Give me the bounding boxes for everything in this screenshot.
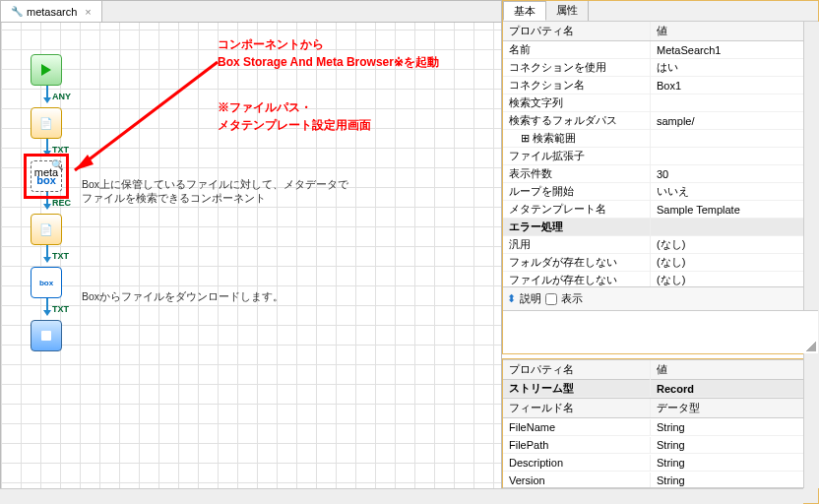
property-row[interactable]: VersionString	[503, 472, 818, 487]
property-value[interactable]: Record	[651, 381, 818, 397]
property-header: プロパティ名 値	[503, 21, 818, 41]
property-row[interactable]: ループを開始いいえ	[503, 183, 818, 201]
header-property-name: プロパティ名	[503, 22, 651, 40]
property-row[interactable]: DescriptionString	[503, 454, 818, 472]
show-label: 表示	[561, 291, 583, 306]
label: box	[39, 279, 53, 287]
property-row[interactable]: ストリーム型Record	[503, 380, 818, 398]
header-property-value: 値	[651, 22, 818, 40]
port-txt: TXT	[52, 251, 69, 261]
property-row[interactable]: 表示件数30	[503, 165, 818, 183]
vertical-scrollbar[interactable]	[803, 22, 819, 488]
property-value[interactable]	[651, 155, 818, 158]
property-row[interactable]: コネクション名Box1	[503, 77, 818, 94]
property-value[interactable]: (なし)	[651, 235, 818, 254]
property-name: 名前	[503, 41, 651, 59]
property-value[interactable]: sample/	[651, 113, 818, 129]
property-name: コネクション名	[503, 76, 651, 94]
description-text-area[interactable]	[503, 310, 818, 353]
property-value[interactable]: MetaSearch1	[651, 42, 818, 58]
close-icon[interactable]: ×	[85, 6, 91, 18]
horizontal-scrollbar[interactable]	[0, 488, 803, 504]
property-value[interactable]	[651, 101, 818, 105]
property-value[interactable]: いいえ	[651, 182, 818, 201]
node-box-download[interactable]: box	[31, 267, 62, 298]
property-value[interactable]: (なし)	[651, 271, 818, 286]
property-row[interactable]: 検索するフォルダパスsample/	[503, 112, 818, 130]
property-name: FilePath	[503, 437, 651, 453]
node-start[interactable]	[31, 54, 62, 86]
fields-header: フィールド名 データ型	[503, 398, 818, 418]
property-row[interactable]: ファイル拡張子	[503, 148, 818, 165]
node-data-2[interactable]: 📄	[31, 214, 62, 245]
svg-marker-9	[43, 310, 51, 316]
resize-handle-icon[interactable]	[806, 342, 816, 351]
property-value[interactable]	[651, 137, 818, 141]
property-row[interactable]: ⊞ 検索範囲	[503, 130, 818, 148]
property-name: 検索文字列	[503, 94, 651, 112]
connector-arrow	[42, 245, 52, 263]
doc-icon: 📄	[39, 117, 53, 130]
annotation-text: Box Storage And Meta Browser※を起動	[218, 54, 439, 71]
node-end[interactable]	[31, 320, 62, 351]
expand-icon[interactable]: ⬍	[507, 292, 516, 305]
tab-basic[interactable]: 基本	[503, 1, 546, 21]
property-value[interactable]: String	[651, 419, 818, 435]
property-name: フォルダが存在しない	[503, 253, 651, 272]
node-description: Box上に保管しているファイルに対して、メタデータで	[82, 178, 348, 192]
property-row[interactable]: ファイルが存在しない(なし)	[503, 272, 818, 286]
flow-canvas[interactable]: ANY 📄 TXT 🔍 meta box REC 📄 TXT box TXT B…	[1, 23, 501, 503]
stop-icon	[41, 331, 51, 341]
annotation-arrow	[60, 52, 227, 180]
header-property-value: 値	[651, 360, 818, 379]
property-name: エラー処理	[503, 218, 651, 236]
show-description-checkbox[interactable]	[545, 293, 557, 305]
property-row[interactable]: フォルダが存在しない(なし)	[503, 254, 818, 272]
node-data-1[interactable]: 📄	[31, 107, 62, 139]
right-tabs: 基本 属性	[503, 1, 818, 21]
property-value[interactable]: 30	[651, 166, 818, 182]
property-row[interactable]: 検索文字列	[503, 94, 818, 112]
property-name: FileName	[503, 419, 651, 435]
node-description: Boxからファイルをダウンロードします。	[82, 290, 284, 304]
property-name: 表示件数	[503, 164, 651, 183]
property-row[interactable]: FilePathString	[503, 436, 818, 454]
tab-attributes[interactable]: 属性	[546, 1, 589, 21]
property-name: Description	[503, 455, 651, 471]
property-name: Version	[503, 472, 651, 488]
property-value[interactable]: はい	[651, 58, 818, 77]
property-row[interactable]: 汎用(なし)	[503, 236, 818, 254]
header-property-name: プロパティ名	[503, 360, 651, 379]
design-canvas-panel: 🔧 metasarch × ANY 📄 TXT 🔍 meta box REC 📄…	[0, 0, 502, 504]
tab-metasarch[interactable]: 🔧 metasarch ×	[1, 1, 102, 22]
property-name: ストリーム型	[503, 379, 651, 398]
property-row[interactable]: 名前MetaSearch1	[503, 41, 818, 59]
property-row[interactable]: コネクションを使用はい	[503, 59, 818, 77]
property-value[interactable]: Sample Template	[651, 202, 818, 218]
property-name: コネクションを使用	[503, 58, 651, 77]
property-value[interactable]: String	[651, 472, 818, 488]
property-value[interactable]: Box1	[651, 78, 818, 94]
description-toggle-bar: ⬍ 説明 表示	[503, 286, 818, 310]
node-description: ファイルを検索できるコンポーネント	[82, 192, 266, 206]
svg-marker-1	[43, 97, 51, 103]
svg-marker-7	[43, 257, 51, 263]
header-field-name: フィールド名	[503, 399, 651, 417]
property-row[interactable]: エラー処理	[503, 219, 818, 236]
property-row[interactable]: FileNameString	[503, 418, 818, 436]
port-rec: REC	[52, 198, 71, 208]
property-value[interactable]: String	[651, 455, 818, 471]
port-txt: TXT	[52, 304, 69, 314]
property-grid-basic: 基本 属性 プロパティ名 値 名前MetaSearch1コネクションを使用はいコ…	[502, 0, 819, 354]
property-name: ⊞ 検索範囲	[503, 129, 651, 148]
play-icon	[41, 64, 51, 76]
property-row[interactable]: メタテンプレート名Sample Template	[503, 201, 818, 219]
property-name: ファイル拡張子	[503, 147, 651, 165]
field-rows[interactable]: FileNameStringFilePathStringDescriptionS…	[503, 418, 818, 487]
properties-list[interactable]: 名前MetaSearch1コネクションを使用はいコネクション名Box1検索文字列…	[503, 41, 818, 286]
property-value[interactable]: String	[651, 437, 818, 453]
editor-tabs: 🔧 metasarch ×	[1, 1, 501, 23]
property-value[interactable]: (なし)	[651, 253, 818, 272]
stream-rows: ストリーム型Record	[503, 380, 818, 398]
property-value[interactable]	[651, 225, 818, 229]
